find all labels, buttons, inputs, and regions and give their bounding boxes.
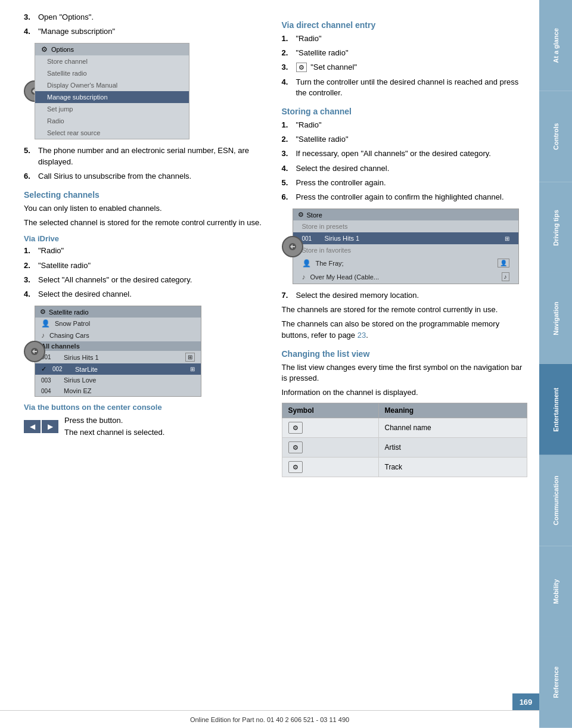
menu-item-display-manual[interactable]: Display Owner's Manual — [35, 79, 189, 91]
options-menu: ⚙ Options Store channel Satellite radio … — [35, 43, 189, 139]
menu-item-select-rear[interactable]: Select rear source — [35, 127, 189, 139]
options-screenshot: ⚙ Options Store channel Satellite radio … — [35, 43, 270, 139]
right-column: Via direct channel entry 1. "Radio" 2. "… — [282, 12, 528, 704]
checkmark-icon: ✓ — [41, 365, 46, 373]
changing-list-view-para2: Information on the channel is displayed. — [282, 387, 528, 398]
direct-step-2: 2. "Satellite radio" — [282, 48, 528, 58]
sidebar-item-mobility[interactable]: Mobility — [539, 546, 572, 637]
store-step-5: 5. Press the controller again. — [282, 178, 528, 188]
direct-step-3: 3. ⚙ "Set channel" — [282, 62, 528, 73]
sat-row-chasing-cars: ♪ Chasing Cars — [35, 329, 201, 341]
via-buttons-instruction1: Press the button. — [64, 415, 164, 426]
store-title-bar: ⚙ Store — [293, 209, 518, 220]
sat-all-channels-label: All channels — [35, 341, 201, 351]
store-fray-row[interactable]: 👤 The Fray; 👤 — [293, 256, 518, 270]
music-icon-store: ♪ — [302, 273, 306, 281]
prev-channel-button[interactable]: ◀ — [24, 420, 41, 433]
sidebar-item-entertainment[interactable]: Entertainment — [539, 364, 572, 455]
symbol-row-channel: ⚙ Channel name — [282, 418, 527, 438]
left-column: 3. Open "Options". 4. "Manage subscripti… — [24, 12, 270, 704]
symbol-cell-track: ⚙ — [282, 458, 378, 477]
store-nav-controller — [282, 236, 303, 257]
selecting-channels-para1: You can only listen to enabled channels. — [24, 203, 270, 214]
options-title-bar: ⚙ Options — [35, 43, 189, 55]
sat-channel-001[interactable]: 001 Sirius Hits 1 ⊞ — [35, 351, 201, 363]
idrive-step-4: 4. Select the desired channel. — [24, 289, 270, 300]
sat-channel-003[interactable]: 003 Sirius Love — [35, 375, 201, 385]
via-buttons-section: ◀ ▶ Press the button. The next channel i… — [24, 415, 270, 441]
store-step-4: 4. Select the desired channel. — [282, 163, 528, 174]
selecting-channels-para2: The selected channel is stored for the r… — [24, 217, 270, 228]
menu-item-satellite-radio[interactable]: Satellite radio — [35, 67, 189, 79]
sidebar-item-at-a-glance[interactable]: At a glance — [539, 0, 572, 91]
via-direct-heading: Via direct channel entry — [282, 20, 528, 30]
store-in-presets-label: Store in presets — [293, 220, 518, 232]
step-3: 3. Open "Options". — [24, 12, 270, 23]
sat-nav-controller — [24, 341, 45, 362]
sidebar-item-communication[interactable]: Communication — [539, 455, 572, 546]
idrive-step-1: 1. "Radio" — [24, 245, 270, 256]
sat-channel-002[interactable]: ✓ 002 StarLite ⊞ — [35, 363, 201, 375]
track-icon: ⚙ — [288, 461, 303, 473]
idrive-step-2: 2. "Satellite radio" — [24, 260, 270, 271]
menu-item-set-jump[interactable]: Set jump — [35, 103, 189, 115]
para-stored2: The channels can also be stored on the p… — [282, 319, 528, 340]
symbol-table: Symbol Meaning ⚙ Channel name ⚙ — [282, 403, 528, 477]
sat-row-snow-patrol: 👤 Snow Patrol — [35, 318, 201, 329]
via-idrive-heading: Via iDrive — [24, 234, 270, 243]
storing-channel-heading: Storing a channel — [282, 107, 528, 116]
meaning-col-header: Meaning — [378, 403, 527, 418]
store-cable-row[interactable]: ♪ Over My Head (Cable... ♪ — [293, 270, 518, 284]
person-icon-store: 👤 — [302, 259, 311, 267]
step-num-3: 3. — [24, 12, 33, 23]
menu-item-store-channel[interactable]: Store channel — [35, 55, 189, 67]
nav-prev-next-buttons[interactable]: ◀ ▶ — [24, 420, 58, 433]
step-7: 7. Select the desired memory location. — [282, 290, 528, 301]
meaning-cell-track: Track — [378, 458, 527, 477]
options-title-text: Options — [51, 46, 74, 53]
sat-title-bar: ⚙ Satellite radio — [35, 306, 201, 318]
set-channel-icon: ⚙ — [296, 63, 307, 72]
sat-channel-004[interactable]: 004 Movin EZ — [35, 385, 201, 396]
store-channel-001[interactable]: 001 Sirius Hits 1 ⊞ — [293, 232, 518, 244]
selecting-channels-heading: Selecting channels — [24, 190, 270, 200]
idrive-step-3: 3. Select "All channels" or the desired … — [24, 275, 270, 285]
store-step-1: 1. "Radio" — [282, 120, 528, 130]
step-6: 6. Call Sirius to unsubscribe from the c… — [24, 171, 270, 182]
sidebar: At a glance Controls Driving tips Naviga… — [539, 0, 572, 728]
symbol-cell-artist: ⚙ — [282, 438, 378, 458]
menu-item-manage-subscription[interactable]: Manage subscription — [35, 91, 189, 103]
store-in-favorites-label: Store in favorites — [293, 244, 518, 256]
meaning-cell-channel: Channel name — [378, 418, 527, 438]
next-channel-button[interactable]: ▶ — [42, 420, 58, 433]
sidebar-item-reference[interactable]: Reference — [539, 637, 572, 728]
sidebar-item-controls[interactable]: Controls — [539, 91, 572, 182]
sat-radio-screenshot-wrapper: ⚙ Satellite radio 👤 Snow Patrol ♪ Chasin… — [35, 306, 270, 397]
page-number: 169 — [512, 693, 539, 710]
step-4: 4. "Manage subscription" — [24, 26, 270, 37]
sidebar-item-navigation[interactable]: Navigation — [539, 273, 572, 364]
via-buttons-heading: Via the buttons on the center console — [24, 403, 270, 412]
store-screenshot-wrapper: ⚙ Store Store in presets 001 Sirius Hits… — [293, 209, 528, 284]
step-text-3: Open "Options". — [38, 12, 94, 23]
sat-title-text: Satellite radio — [49, 309, 89, 316]
music-icon-1: ♪ — [41, 331, 45, 340]
symbol-row-track: ⚙ Track — [282, 458, 527, 477]
page-link-23[interactable]: 23 — [358, 331, 366, 340]
direct-step-4: 4. Turn the controller until the desired… — [282, 77, 528, 98]
changing-list-view-heading: Changing the list view — [282, 349, 528, 359]
favorites-icon: 👤 — [498, 259, 509, 267]
step-text-4: "Manage subscription" — [38, 26, 115, 37]
sat-title-icon: ⚙ — [40, 308, 46, 316]
sidebar-item-driving-tips[interactable]: Driving tips — [539, 182, 572, 273]
menu-item-radio[interactable]: Radio — [35, 115, 189, 127]
sat-radio-menu: ⚙ Satellite radio 👤 Snow Patrol ♪ Chasin… — [35, 306, 201, 397]
step-text-5: The phone number and an electronic seria… — [38, 145, 270, 167]
footer: Online Edition for Part no. 01 40 2 606 … — [0, 710, 539, 728]
music-fav-icon: ♪ — [502, 272, 509, 281]
meaning-cell-artist: Artist — [378, 438, 527, 458]
step-5: 5. The phone number and an electronic se… — [24, 145, 270, 167]
store-step-3: 3. If necessary, open "All channels" or … — [282, 148, 528, 159]
artist-icon: ⚙ — [288, 441, 303, 453]
via-buttons-instruction2: The next channel is selected. — [64, 427, 164, 438]
